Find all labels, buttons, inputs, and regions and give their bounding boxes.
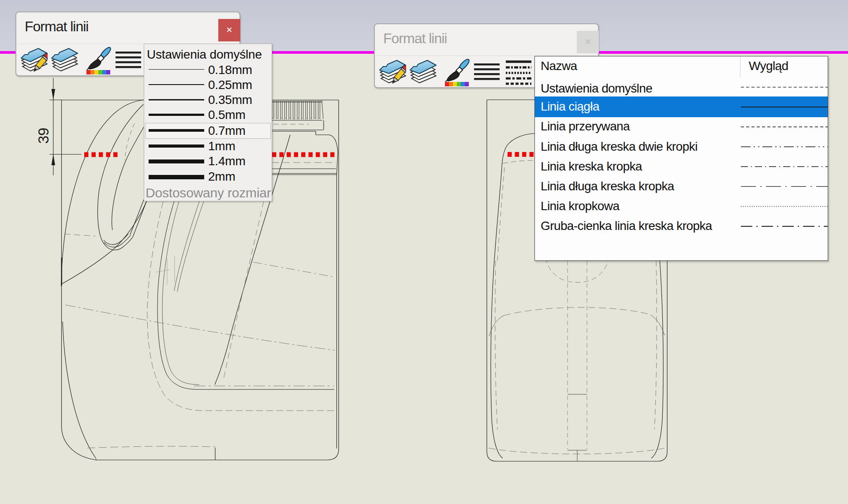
- svg-text:39: 39: [35, 128, 52, 144]
